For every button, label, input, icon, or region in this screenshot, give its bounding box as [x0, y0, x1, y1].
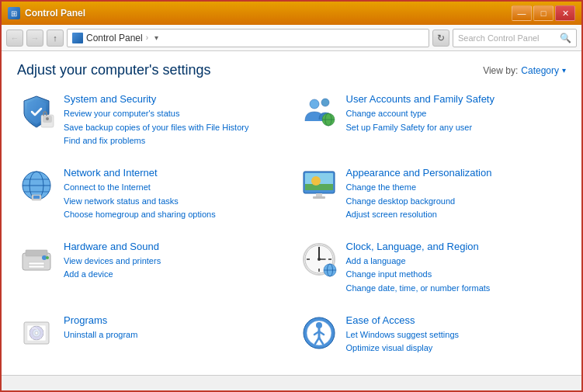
user-accounts-link-2[interactable]: Set up Family Safety for any user — [346, 121, 495, 134]
title-bar: ⊞ Control Panel — □ ✕ — [2, 2, 581, 25]
forward-button[interactable]: → — [26, 29, 43, 47]
hardware-link-1[interactable]: View devices and printers — [64, 255, 161, 268]
breadcrumb-arrow: › — [146, 33, 148, 42]
breadcrumb-bar[interactable]: Control Panel › ▾ — [67, 29, 429, 47]
ease-of-access-text: Ease of Access Let Windows suggest setti… — [346, 314, 460, 355]
clock-link-3[interactable]: Change date, time, or number formats — [346, 282, 491, 295]
title-bar-title: Control Panel — [25, 8, 85, 19]
up-button[interactable]: ↑ — [47, 29, 64, 47]
back-button[interactable]: ← — [6, 29, 23, 47]
category-programs: Programs Uninstall a program — [9, 307, 292, 367]
appearance-title[interactable]: Appearance and Personalization — [346, 166, 492, 180]
user-accounts-title[interactable]: User Accounts and Family Safety — [346, 92, 495, 106]
clock-text: Clock, Language, and Region Add a langua… — [346, 240, 491, 295]
search-icon[interactable]: 🔍 — [560, 33, 571, 43]
hardware-icon — [17, 240, 56, 279]
view-by-control: View by: Category ▾ — [483, 65, 566, 76]
refresh-button[interactable]: ↻ — [432, 29, 449, 47]
title-bar-left: ⊞ Control Panel — [8, 7, 85, 19]
appearance-icon — [300, 166, 338, 205]
main-content: Adjust your computer's settings View by:… — [2, 51, 581, 375]
svg-point-5 — [321, 99, 329, 106]
svg-point-45 — [35, 331, 38, 335]
category-hardware: Hardware and Sound View devices and prin… — [9, 234, 292, 307]
system-security-link-3[interactable]: Find and fix problems — [64, 134, 248, 147]
svg-rect-25 — [29, 265, 44, 268]
content-header: Adjust your computer's settings View by:… — [2, 51, 581, 86]
system-security-text: System and Security Review your computer… — [64, 92, 248, 147]
hardware-text: Hardware and Sound View devices and prin… — [64, 240, 161, 281]
view-by-chevron-icon[interactable]: ▾ — [562, 66, 566, 75]
breadcrumb-text: Control Panel — [86, 33, 143, 43]
title-bar-buttons: — □ ✕ — [512, 5, 575, 21]
svg-rect-20 — [316, 193, 322, 196]
folder-icon — [72, 33, 83, 43]
network-text: Network and Internet Connect to the Inte… — [64, 166, 216, 221]
view-by-label: View by: — [483, 65, 518, 76]
category-appearance: Appearance and Personalization Change th… — [292, 160, 574, 234]
page-title: Adjust your computer's settings — [17, 62, 211, 78]
programs-link-1[interactable]: Uninstall a program — [64, 328, 137, 342]
svg-rect-21 — [313, 196, 325, 199]
ease-of-access-icon — [300, 314, 338, 352]
svg-rect-24 — [29, 262, 44, 265]
view-by-value[interactable]: Category — [521, 65, 559, 76]
svg-rect-23 — [26, 250, 47, 256]
ease-of-access-link-1[interactable]: Let Windows suggest settings — [346, 328, 460, 342]
network-title[interactable]: Network and Internet — [64, 166, 216, 180]
svg-point-3 — [46, 117, 49, 120]
categories-grid: System and Security Review your computer… — [2, 86, 581, 375]
programs-text: Programs Uninstall a program — [64, 314, 137, 342]
network-link-1[interactable]: Connect to the Internet — [64, 181, 216, 194]
category-ease-of-access: Ease of Access Let Windows suggest setti… — [292, 307, 574, 367]
appearance-link-1[interactable]: Change the theme — [346, 181, 492, 194]
network-link-2[interactable]: View network status and tasks — [64, 195, 216, 208]
appearance-text: Appearance and Personalization Change th… — [346, 166, 492, 221]
clock-link-2[interactable]: Change input methods — [346, 268, 491, 281]
breadcrumb-dropdown-icon[interactable]: ▾ — [154, 33, 158, 42]
category-network: Network and Internet Connect to the Inte… — [9, 160, 292, 234]
programs-title[interactable]: Programs — [64, 314, 137, 328]
category-clock: Clock, Language, and Region Add a langua… — [292, 234, 574, 307]
category-system-security: System and Security Review your computer… — [9, 86, 292, 160]
maximize-button[interactable]: □ — [533, 5, 554, 21]
minimize-button[interactable]: — — [512, 5, 532, 21]
system-security-title[interactable]: System and Security — [64, 92, 248, 106]
hardware-link-2[interactable]: Add a device — [64, 268, 161, 281]
close-button[interactable]: ✕ — [555, 5, 575, 21]
hardware-title[interactable]: Hardware and Sound — [64, 240, 161, 254]
appearance-link-3[interactable]: Adjust screen resolution — [346, 208, 492, 221]
user-accounts-text: User Accounts and Family Safety Change a… — [346, 92, 495, 134]
clock-link-1[interactable]: Add a language — [346, 255, 491, 268]
user-accounts-link-1[interactable]: Change account type — [346, 107, 495, 120]
network-link-3[interactable]: Choose homegroup and sharing options — [64, 208, 216, 221]
network-icon — [17, 166, 56, 205]
system-security-link-2[interactable]: Save backup copies of your files with Fi… — [64, 121, 248, 134]
address-bar: ← → ↑ Control Panel › ▾ ↻ Search Control… — [2, 25, 581, 51]
svg-point-4 — [310, 99, 319, 109]
search-box[interactable]: Search Control Panel 🔍 — [453, 29, 577, 47]
clock-title[interactable]: Clock, Language, and Region — [346, 240, 491, 254]
clock-icon — [300, 240, 338, 279]
programs-icon — [17, 314, 56, 352]
svg-rect-15 — [33, 196, 40, 199]
ease-of-access-title[interactable]: Ease of Access — [346, 314, 460, 328]
user-accounts-icon — [300, 92, 338, 131]
search-placeholder: Search Control Panel — [458, 33, 540, 43]
appearance-link-2[interactable]: Change desktop background — [346, 195, 492, 208]
main-window: ⊞ Control Panel — □ ✕ ← → ↑ Control Pane… — [0, 0, 583, 392]
ease-of-access-link-2[interactable]: Optimize visual display — [346, 342, 460, 355]
system-security-icon — [17, 92, 56, 131]
status-bar — [2, 375, 581, 390]
window-icon: ⊞ — [8, 7, 20, 19]
system-security-link-1[interactable]: Review your computer's status — [64, 107, 248, 120]
category-user-accounts: User Accounts and Family Safety Change a… — [292, 86, 574, 160]
svg-rect-18 — [305, 184, 333, 190]
svg-point-19 — [311, 176, 321, 186]
svg-point-36 — [318, 258, 321, 261]
svg-point-27 — [46, 256, 49, 259]
